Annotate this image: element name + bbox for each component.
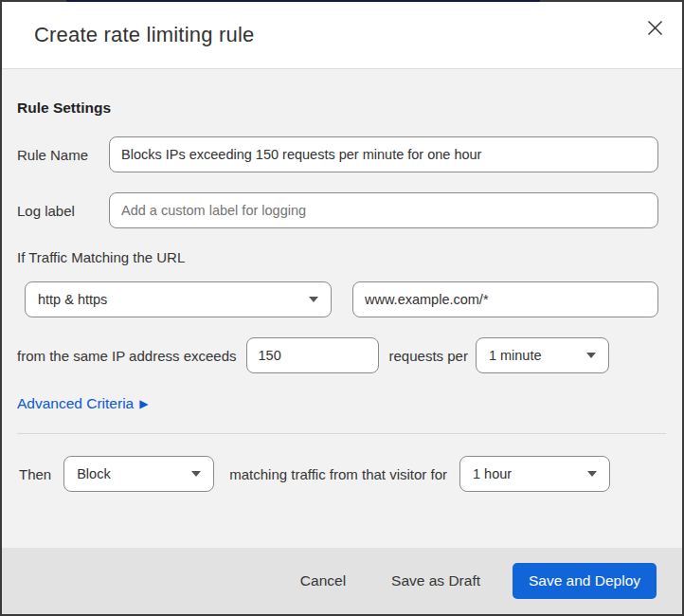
chevron-down-icon xyxy=(309,297,318,302)
requests-count-input[interactable] xyxy=(246,337,379,373)
close-icon xyxy=(647,20,663,39)
traffic-match-row: http & https xyxy=(17,281,658,317)
rule-settings-heading: Rule Settings xyxy=(17,100,658,117)
matching-traffic-text: matching traffic from that visitor for xyxy=(229,466,447,482)
close-button[interactable] xyxy=(642,17,667,42)
dialog-body: Rule Settings Rule Name Log label If Tra… xyxy=(2,69,682,548)
advanced-criteria-link[interactable]: Advanced Criteria ▶ xyxy=(17,395,148,412)
then-text: Then xyxy=(19,466,51,482)
rule-name-input[interactable] xyxy=(109,136,658,172)
chevron-down-icon xyxy=(587,471,597,477)
requests-per-text: requests per xyxy=(389,348,468,364)
duration-selected-value: 1 hour xyxy=(473,466,512,481)
advanced-criteria-row: Advanced Criteria ▶ xyxy=(17,395,658,412)
chevron-right-icon: ▶ xyxy=(139,398,148,409)
log-label-label: Log label xyxy=(17,203,109,219)
dialog-title: Create rate limiting rule xyxy=(34,23,254,47)
traffic-match-label: If Traffic Matching the URL xyxy=(17,249,658,265)
period-selected-value: 1 minute xyxy=(489,348,542,363)
rule-name-row: Rule Name xyxy=(17,136,658,172)
threshold-row: from the same IP address exceeds request… xyxy=(17,337,658,373)
action-row: Then Block matching traffic from that vi… xyxy=(17,456,658,492)
save-and-deploy-button[interactable]: Save and Deploy xyxy=(513,563,657,599)
section-divider xyxy=(17,433,666,434)
url-input[interactable] xyxy=(352,281,658,317)
action-select[interactable]: Block xyxy=(63,456,214,492)
chevron-down-icon xyxy=(586,353,596,358)
dialog-header: Create rate limiting rule xyxy=(2,2,682,69)
threshold-prefix-text: from the same IP address exceeds xyxy=(17,348,237,364)
scheme-selected-value: http & https xyxy=(38,292,107,307)
advanced-criteria-label: Advanced Criteria xyxy=(17,395,134,412)
log-label-input[interactable] xyxy=(109,192,658,228)
dialog-footer: Cancel Save as Draft Save and Deploy xyxy=(2,548,682,614)
rule-name-label: Rule Name xyxy=(17,147,109,163)
scheme-select[interactable]: http & https xyxy=(25,281,332,317)
duration-select[interactable]: 1 hour xyxy=(459,456,610,492)
log-label-row: Log label xyxy=(17,192,658,228)
action-selected-value: Block xyxy=(77,466,110,481)
save-as-draft-button[interactable]: Save as Draft xyxy=(387,565,484,597)
period-select[interactable]: 1 minute xyxy=(476,337,609,373)
create-rate-limiting-rule-dialog: Create rate limiting rule Rule Settings … xyxy=(0,0,684,616)
cancel-button[interactable]: Cancel xyxy=(297,565,350,597)
chevron-down-icon xyxy=(191,471,201,477)
url-input-wrap xyxy=(352,281,658,317)
